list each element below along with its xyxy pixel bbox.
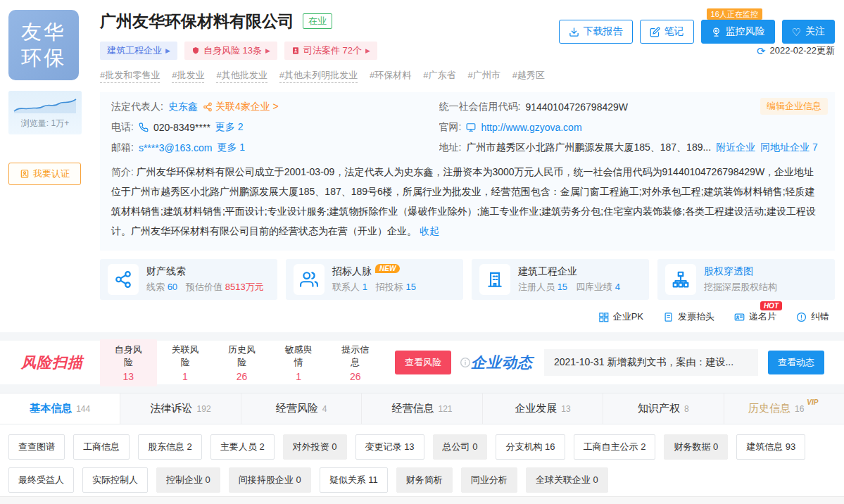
risk-item[interactable]: 自身风险 13 [100, 339, 157, 386]
hashtag[interactable]: #广东省 [423, 69, 455, 83]
subnav-button[interactable]: 工商自主公示 2 [574, 434, 656, 460]
subnav-button[interactable]: 分支机构 16 [496, 434, 565, 460]
tag-construction-enterprise[interactable]: 建筑工程企业▶ [100, 42, 177, 60]
email-link[interactable]: s****3@163.com [139, 142, 213, 153]
monitoring-count-badge: 16人正在监控 [707, 8, 762, 20]
hashtag[interactable]: #广州市 [467, 69, 500, 83]
subnav-row-2: 最终受益人 实际控制人 控制企业 0 间接持股企业 0 疑似关系 11 财务简析… [8, 467, 836, 493]
tab[interactable]: 基本信息 144 [0, 393, 120, 424]
refresh-icon[interactable]: ⟳ [757, 46, 766, 56]
company-name: 广州友华环保材料有限公司 [100, 11, 294, 32]
hashtag[interactable]: #批发业 [172, 69, 204, 83]
edit-note-icon [650, 27, 660, 37]
views-sparkline-chart [13, 96, 77, 115]
email-row: 邮箱: s****3@163.com 更多 1 [111, 141, 439, 154]
hashtag[interactable]: #越秀区 [512, 69, 545, 83]
nearby-companies-link[interactable]: 附近企业 [716, 141, 755, 154]
card-construction-enterprise[interactable]: 建筑工程企业 注册人员 15 四库业绩 4 [472, 259, 649, 300]
subnav-button[interactable]: 变更记录 13 [355, 434, 424, 460]
hashtag[interactable]: #其他批发业 [216, 69, 267, 83]
clues-share-icon [114, 270, 132, 289]
legal-rep-link[interactable]: 史东鑫 [168, 101, 198, 113]
company-header-section: 友华 环保 浏览量: 1万+ 我要认证 广州友华环保材料有限公司 在业 下载报告 [0, 0, 844, 332]
phone-more-link[interactable]: 更多 2 [215, 121, 244, 134]
alert-circle-icon [796, 312, 807, 322]
risk-item[interactable]: 关联风险 1 [157, 339, 214, 386]
subnav-button[interactable]: 同业分析 [461, 467, 517, 493]
info-circle-icon[interactable] [460, 357, 471, 368]
tab[interactable]: 经营风险 4 [241, 393, 362, 424]
subnav-button[interactable]: 总公司 0 [433, 434, 488, 460]
risk-item[interactable]: 敏感舆情 1 [270, 339, 327, 386]
tag-self-risk[interactable]: 自身风险 13条▶ [184, 42, 277, 60]
note-button[interactable]: 笔记 [640, 20, 694, 44]
subnav-button[interactable]: 财务简析 [396, 467, 453, 493]
subnav-button[interactable]: 疑似关系 11 [320, 467, 388, 493]
risk-item[interactable]: 提示信息 26 [327, 339, 384, 386]
tab[interactable]: 历史信息 16 VIP [724, 393, 844, 424]
error-correction-tool[interactable]: 纠错 [796, 310, 829, 323]
collapse-link[interactable]: 收起 [420, 225, 439, 237]
feature-cards: 财产线索 线索 60 预估价值 8513万元 招标人脉 NEW 联系人 1 [100, 259, 835, 300]
monitor-icon [466, 122, 476, 132]
certify-button[interactable]: 我要认证 [8, 163, 81, 185]
header-actions: 下载报告 笔记 16人正在监控 监控风险 ♡ 关注 [559, 20, 835, 44]
main-tabs: 基本信息 144 法律诉讼 192 经营风险 4 经营信息 121 企业发展 1… [0, 393, 844, 424]
subnav-button[interactable]: 建筑信息 93 [736, 434, 805, 460]
hashtag[interactable]: #批发和零售业 [100, 69, 160, 83]
card-bidding-contacts[interactable]: 招标人脉 NEW 联系人 1 招投标 15 [286, 259, 463, 300]
download-report-button[interactable]: 下载报告 [559, 20, 633, 44]
subnav-row-1: 查查图谱 工商信息 股东信息 2 主要人员 2 对外投资 0 变更记录 13 总… [8, 434, 836, 460]
bottom-divider [0, 496, 844, 504]
judicial-doc-icon [291, 46, 300, 55]
address-value: 广州市越秀区小北路广州鹏源发展大厦185、187、189... [466, 141, 711, 154]
edit-company-info-link[interactable]: 编辑企业信息 [760, 98, 828, 115]
invoice-title-tool[interactable]: 发票抬头 [663, 310, 714, 323]
tab[interactable]: 法律诉讼 192 [120, 393, 241, 424]
same-address-companies-link[interactable]: 同地址企业 7 [760, 141, 818, 154]
monitor-risk-button[interactable]: 监控风险 [701, 20, 775, 44]
tab[interactable]: 知识产权 8 [603, 393, 724, 424]
risk-scan-logo: 风险扫描 [21, 353, 83, 372]
intro-text: 广州友华环保材料有限公司成立于2001-03-09，法定代表人为史东鑫，注册资本… [111, 166, 816, 237]
website-link[interactable]: http://www.gzyova.com [481, 122, 581, 133]
dynamics-ticker[interactable]: 2021-10-31 新增裁判文书，案由：建设... [544, 349, 758, 376]
subnav-button[interactable]: 对外投资 0 [283, 434, 347, 460]
logo-line1: 友华 [21, 19, 66, 45]
id-badge-icon [20, 169, 30, 179]
view-dynamics-button[interactable]: 查看动态 [768, 351, 824, 374]
card-property-clues[interactable]: 财产线索 线索 60 预估价值 8513万元 [100, 259, 277, 300]
share-network-icon [203, 102, 213, 112]
card-equity-penetration[interactable]: 股权穿透图 挖掘深层股权结构 [657, 259, 835, 300]
credit-code-value: 91440104726798429W [525, 101, 628, 113]
risk-item[interactable]: 历史风险 26 [213, 339, 270, 386]
subnav-button[interactable]: 财务数据 0 [664, 434, 728, 460]
risk-items: 自身风险 13 关联风险 1 历史风险 26 敏感舆情 1 [100, 339, 384, 386]
phone-value: 020-8349**** [153, 122, 210, 133]
subnav-button[interactable]: 最终受益人 [8, 467, 74, 493]
risk-scan-section: 风险扫描 自身风险 13 关联风险 1 历史风险 26 敏 [0, 341, 844, 384]
subnav-button[interactable]: 实际控制人 [82, 467, 148, 493]
hashtag[interactable]: #其他未列明批发业 [279, 69, 358, 83]
email-more-link[interactable]: 更多 1 [217, 141, 245, 154]
tag-judicial-cases[interactable]: 司法案件 72个▶ [284, 42, 377, 60]
subnav-button[interactable]: 查查图谱 [8, 434, 65, 460]
org-chart-icon [672, 270, 690, 289]
phone-row: 电话: 020-8349**** 更多 2 [111, 121, 439, 134]
view-risk-button[interactable]: 查看风险 [395, 351, 451, 374]
tab[interactable]: 经营信息 121 [362, 393, 482, 424]
hashtag[interactable]: #环保材料 [370, 69, 411, 83]
subnav-button[interactable]: 间接持股企业 0 [229, 467, 311, 493]
related-companies-link[interactable]: 关联4家企业 > [203, 101, 279, 113]
follow-button[interactable]: ♡ 关注 [782, 20, 835, 44]
subnav-button[interactable]: 控制企业 0 [156, 467, 220, 493]
subnav-button[interactable]: 工商信息 [73, 434, 130, 460]
subnav-button[interactable]: 主要人员 2 [210, 434, 275, 460]
tab[interactable]: 企业发展 13 [483, 393, 603, 424]
business-card-tool[interactable]: HOT 递名片 [734, 310, 776, 323]
subnav-button[interactable]: 全球关联企业 0 [526, 467, 608, 493]
company-info-panel: 编辑企业信息 法定代表人: 史东鑫 关联4家企业 > 统一社会信用代码: 914… [100, 92, 835, 251]
vip-badge: VIP [807, 398, 818, 406]
company-pk-tool[interactable]: 企业PK [598, 310, 643, 323]
subnav-button[interactable]: 股东信息 2 [138, 434, 202, 460]
